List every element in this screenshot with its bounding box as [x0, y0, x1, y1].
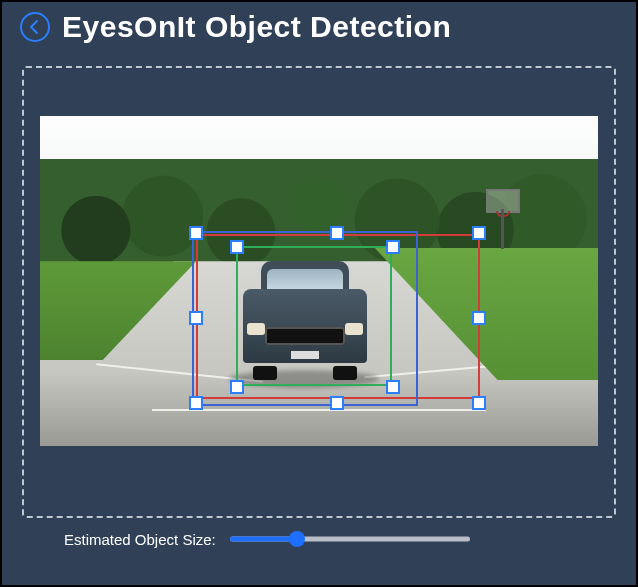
resize-handle[interactable]	[230, 240, 244, 254]
resize-handle[interactable]	[472, 311, 486, 325]
slider-label: Estimated Object Size:	[64, 531, 216, 548]
resize-handle[interactable]	[472, 396, 486, 410]
detection-panel	[22, 66, 616, 518]
back-button[interactable]	[20, 12, 50, 42]
resize-handle[interactable]	[189, 226, 203, 240]
resize-handle[interactable]	[330, 396, 344, 410]
resize-handle[interactable]	[472, 226, 486, 240]
slider-thumb[interactable]	[289, 531, 305, 547]
basketball-hoop	[486, 189, 520, 235]
camera-viewport[interactable]	[40, 116, 598, 446]
resize-handle[interactable]	[386, 240, 400, 254]
slider-fill	[230, 537, 297, 542]
resize-handle[interactable]	[189, 396, 203, 410]
object-size-slider[interactable]	[230, 530, 470, 548]
page-title: EyesOnIt Object Detection	[62, 10, 451, 44]
arrow-left-icon	[27, 19, 43, 35]
resize-handle[interactable]	[330, 226, 344, 240]
detected-vehicle	[235, 255, 375, 380]
header: EyesOnIt Object Detection	[2, 2, 636, 48]
footer: Estimated Object Size:	[2, 530, 636, 562]
resize-handle[interactable]	[189, 311, 203, 325]
resize-handle[interactable]	[230, 380, 244, 394]
resize-handle[interactable]	[386, 380, 400, 394]
